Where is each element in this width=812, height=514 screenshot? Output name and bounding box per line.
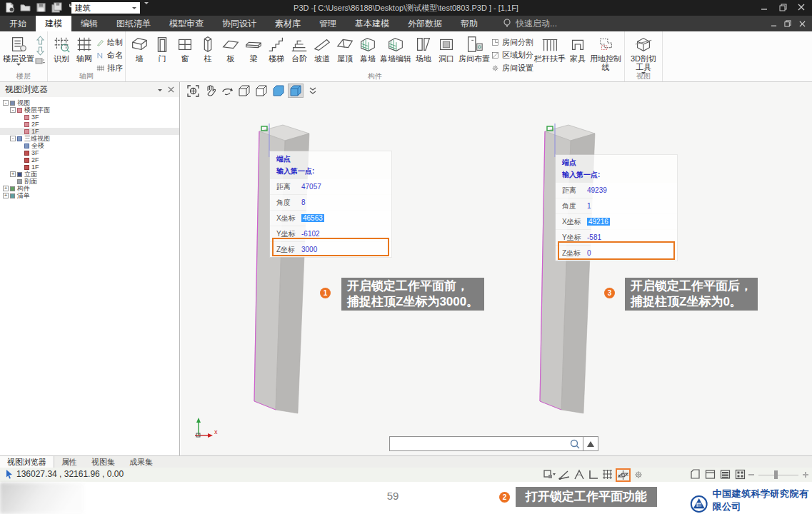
hidden-line-view-button[interactable] [254, 84, 269, 98]
ortho-mode-icon[interactable] [588, 469, 599, 480]
angle-label: 角度 [270, 198, 301, 208]
beam-button[interactable]: 梁 [242, 33, 265, 63]
tree-item-plan-3f[interactable]: 3F [0, 114, 179, 121]
tab-model-review[interactable]: 模型审查 [160, 16, 213, 31]
furniture-button[interactable]: 家具 [566, 33, 589, 63]
doc-minimize-button[interactable] [766, 17, 781, 30]
tab-result-sets[interactable]: 成果集 [122, 456, 160, 468]
minimize-button[interactable] [755, 0, 773, 14]
floor-copy-icon[interactable] [35, 57, 45, 65]
expander-icon[interactable]: + [10, 171, 16, 177]
tab-basic-modeling[interactable]: 基本建模 [346, 16, 399, 31]
tree-item-3d-2f[interactable]: 2F [0, 156, 179, 163]
steps-button[interactable]: 台阶 [288, 33, 311, 63]
tile-windows-icon[interactable] [735, 469, 746, 480]
tab-material-library[interactable]: 素材库 [266, 16, 310, 31]
ramp-button[interactable]: 坡道 [311, 33, 334, 63]
search-icon[interactable] [569, 438, 581, 450]
tab-collaboration[interactable]: 协同设计 [213, 16, 266, 31]
tab-view-sets[interactable]: 视图集 [84, 456, 122, 468]
orbit-button[interactable] [219, 84, 235, 98]
grid-snap-icon[interactable] [601, 469, 613, 480]
tree-item-3d-3f[interactable]: 3F [0, 149, 179, 156]
expander-icon[interactable]: + [3, 193, 9, 198]
shaded-view-button[interactable] [271, 84, 286, 98]
expander-icon[interactable]: - [10, 136, 16, 141]
pan-button[interactable] [202, 84, 218, 98]
new-window-icon[interactable] [690, 469, 701, 480]
zoom-slider-track[interactable] [758, 475, 798, 475]
name-grid-button[interactable]: 命名 [96, 49, 123, 61]
tab-edit[interactable]: 编辑 [71, 16, 107, 31]
tree-item-3d-whole[interactable]: 全楼 [0, 142, 179, 149]
zoom-slider-handle[interactable] [774, 470, 778, 479]
tab-view-browser[interactable]: 视图浏览器 [0, 456, 54, 468]
shaded-edges-view-button[interactable] [288, 84, 304, 98]
snap-settings-icon[interactable] [543, 469, 556, 480]
tree-item-plan-2f[interactable]: 2F [0, 121, 179, 128]
wall-button[interactable]: 墙 [128, 33, 151, 63]
slab-button[interactable]: 板 [219, 33, 242, 63]
group-label-view: 视图 [625, 71, 662, 81]
site-boundary-button[interactable]: 用地控制线 [589, 33, 622, 71]
model-viewport[interactable]: 端点 输入第一点: 距离47057 角度8 X坐标46563 Y坐标-6102 … [181, 82, 812, 455]
polar-tracking-icon[interactable] [558, 469, 571, 480]
expander-icon[interactable]: + [3, 186, 9, 191]
x-coord-value[interactable]: 49216 [587, 218, 610, 226]
floor-up-icon[interactable] [36, 36, 44, 45]
quick-launch[interactable]: 快速启动... [503, 16, 557, 31]
expander-icon[interactable]: - [3, 100, 9, 106]
single-window-icon[interactable] [705, 469, 716, 480]
room-layout-button[interactable]: 房间布置 [458, 33, 491, 63]
object-snap-icon[interactable] [573, 469, 586, 480]
column-button[interactable]: 柱 [196, 33, 219, 63]
cascade-windows-icon[interactable] [720, 469, 731, 480]
tab-help[interactable]: 帮助 [451, 16, 487, 31]
collapse-toolbar-button[interactable] [305, 84, 321, 98]
floor-down-icon[interactable] [36, 46, 44, 56]
zoom-out-icon[interactable] [748, 474, 754, 475]
zoom-extents-button[interactable] [185, 84, 201, 98]
wireframe-view-button[interactable] [236, 84, 252, 98]
stair-label: 楼梯 [269, 54, 284, 63]
tab-properties[interactable]: 属性 [54, 456, 84, 468]
stair-button[interactable]: 楼梯 [265, 33, 288, 63]
tab-start[interactable]: 开始 [0, 16, 36, 31]
panel-close-icon[interactable] [168, 86, 174, 93]
draw-grid-button[interactable]: 绘制 [96, 36, 123, 49]
area-divide-button[interactable]: 区域划分 [491, 49, 533, 61]
railing-button[interactable]: 栏杆扶手 [533, 33, 566, 63]
expand-history-button[interactable] [583, 437, 598, 450]
window-button[interactable]: 窗 [174, 33, 196, 63]
lock-workplane-toggle[interactable] [616, 468, 631, 482]
axis-grid-button[interactable]: 轴网 [73, 33, 96, 63]
roof-button[interactable]: 屋顶 [334, 33, 356, 63]
tab-external-data[interactable]: 外部数据 [399, 16, 451, 31]
tab-modeling[interactable]: 建模 [36, 16, 71, 31]
3d-section-tool-button[interactable]: 3D剖切工具 [627, 33, 660, 76]
curtain-wall-edit-button[interactable]: 幕墙编辑 [379, 33, 412, 63]
tree-item-schedules[interactable]: +清单 [0, 192, 179, 199]
tree-item-floor-plans[interactable]: -楼层平面 [0, 106, 179, 114]
steps-icon [289, 34, 309, 54]
x-coord-value[interactable]: 46563 [301, 214, 324, 222]
recognize-button[interactable]: 识别 [50, 33, 73, 63]
tree-item-3d-views[interactable]: -三维视图 [0, 135, 179, 142]
doc-close-button[interactable] [795, 17, 809, 30]
floor-setup-button[interactable]: 楼层设置 [2, 33, 35, 68]
door-button[interactable]: 门 [151, 33, 174, 63]
panel-dropdown-icon[interactable] [158, 89, 162, 94]
opening-button[interactable]: 洞口 [435, 33, 458, 63]
settings-gear-icon[interactable] [633, 469, 644, 480]
curtain-wall-button[interactable]: 幕墙 [356, 33, 379, 63]
restore-button[interactable] [773, 0, 792, 14]
room-split-button[interactable]: 房间分割 [491, 36, 533, 49]
site-button[interactable]: 场地 [412, 33, 435, 63]
doc-restore-button[interactable] [781, 17, 795, 30]
expander-icon[interactable]: - [10, 107, 16, 113]
tab-drawing-list[interactable]: 图纸清单 [107, 16, 160, 31]
zoom-in-icon[interactable] [805, 472, 806, 478]
tab-management[interactable]: 管理 [310, 16, 346, 31]
command-search-input[interactable] [390, 437, 569, 450]
close-button[interactable] [792, 0, 811, 14]
